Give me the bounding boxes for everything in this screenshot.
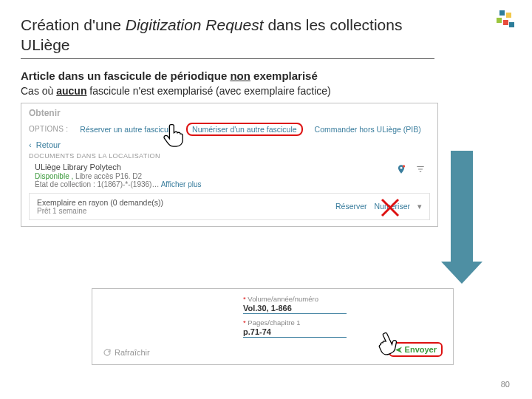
refresh-icon bbox=[103, 348, 112, 357]
svg-rect-4 bbox=[509, 22, 514, 27]
show-more-link[interactable]: Afficher plus bbox=[161, 180, 202, 188]
title-pre: Création d'une bbox=[21, 16, 126, 33]
filter-icon[interactable] bbox=[415, 164, 426, 177]
docs-label: DOCUMENTS DANS LA LOCALISATION bbox=[29, 152, 430, 160]
obtenir-panel: Obtenir OPTIONS : Réserver un autre fasc… bbox=[21, 103, 438, 227]
item-title: Exemplaire en rayon (0 demande(s)) bbox=[37, 198, 163, 207]
option-reserver[interactable]: Réserver un autre fascicule bbox=[80, 125, 174, 134]
case-line: Cas où aucun fascicule n'est exemplarisé… bbox=[21, 85, 511, 97]
options-label: OPTIONS : bbox=[29, 125, 68, 133]
location-block: ULiège Library Polytech Disponible , Lib… bbox=[35, 163, 202, 188]
location-name: ULiège Library Polytech bbox=[35, 163, 202, 171]
svg-rect-1 bbox=[506, 13, 511, 18]
option-numeriser-highlight[interactable]: Numériser d'un autre fascicule bbox=[186, 123, 302, 136]
availability: Disponible , bbox=[35, 172, 73, 180]
envoyer-button[interactable]: Envoyer bbox=[389, 342, 443, 357]
svg-rect-2 bbox=[497, 18, 502, 23]
refresh-link[interactable]: Rafraîchir bbox=[103, 348, 150, 357]
pages-input[interactable] bbox=[243, 327, 347, 338]
item-row: Exemplaire en rayon (0 demande(s)) Prêt … bbox=[29, 193, 430, 220]
reserve-link[interactable]: Réserver bbox=[335, 202, 367, 211]
page-number: 80 bbox=[501, 380, 510, 389]
map-pin-icon[interactable] bbox=[396, 164, 406, 177]
down-arrow-annotation bbox=[451, 151, 482, 284]
subtitle: Article dans un fascicule de périodique … bbox=[21, 69, 511, 82]
svg-point-6 bbox=[403, 165, 406, 168]
volume-label: * Volume/année/numéro bbox=[243, 295, 443, 303]
slide-title: Création d'une Digitization Request dans… bbox=[21, 15, 434, 59]
chevron-down-icon[interactable]: ▾ bbox=[417, 202, 422, 211]
retour-link[interactable]: ‹ Retour bbox=[29, 140, 430, 149]
options-row: OPTIONS : Réserver un autre fascicule Nu… bbox=[29, 123, 430, 136]
uliege-logo bbox=[497, 10, 516, 30]
digitize-link[interactable]: Numériser bbox=[375, 202, 410, 211]
loan-period: Prêt 1 semaine bbox=[37, 207, 163, 215]
title-italic: Digitization Request bbox=[126, 16, 264, 33]
send-icon bbox=[395, 346, 403, 354]
obtenir-heading: Obtenir bbox=[29, 108, 430, 118]
svg-point-5 bbox=[400, 166, 403, 168]
form-panel: * Volume/année/numéro * Pages/chapitre 1… bbox=[92, 288, 454, 365]
svg-rect-0 bbox=[499, 10, 505, 16]
volume-input[interactable] bbox=[243, 303, 347, 314]
pages-label: * Pages/chapitre 1 bbox=[243, 318, 443, 327]
collection-state: État de collection : 1(1867)-*-(1936)… A… bbox=[35, 180, 202, 188]
shelf-location: Libre accès P16. D2 bbox=[73, 172, 142, 180]
svg-rect-3 bbox=[503, 20, 508, 25]
option-pib[interactable]: Commander hors ULiège (PIB) bbox=[315, 125, 421, 134]
